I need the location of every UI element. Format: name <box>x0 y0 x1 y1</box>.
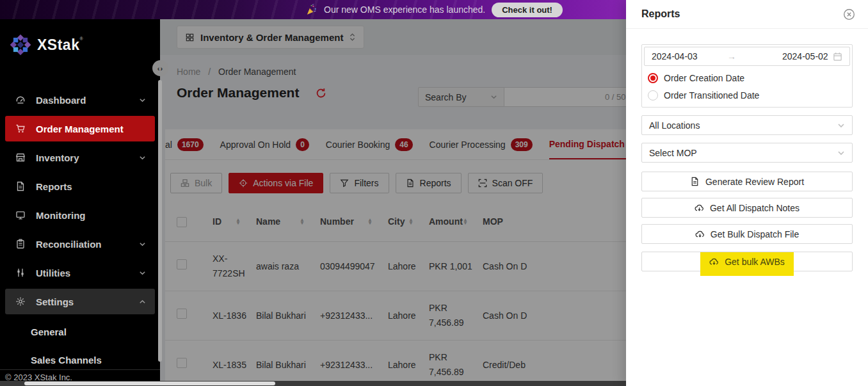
chevron-up-icon <box>139 298 146 305</box>
sidebar-item-inventory[interactable]: Inventory <box>5 145 155 170</box>
button-label: Generate Review Report <box>705 177 804 187</box>
mop-select[interactable]: Select MOP <box>641 143 853 163</box>
radio-label: Order Creation Date <box>664 73 744 83</box>
radio-selected-icon[interactable] <box>648 73 658 83</box>
horizontal-scrollbar-thumb[interactable] <box>24 382 275 385</box>
sidebar-item-label: Inventory <box>36 152 79 163</box>
clipboard-icon <box>15 239 26 249</box>
sidebar: XStak® Dashboard Order Management Invent… <box>0 19 160 386</box>
banner-message: Our new OMS experience has launched. <box>324 4 485 15</box>
xstak-logo-icon <box>9 33 32 56</box>
sidebar-item-settings[interactable]: Settings <box>5 289 155 314</box>
gauge-icon <box>15 95 26 105</box>
sidebar-item-reports[interactable]: Reports <box>5 173 155 199</box>
sidebar-item-label: Settings <box>36 296 74 307</box>
sidebar-subitem-label: General <box>31 326 67 337</box>
calendar-icon <box>833 52 842 61</box>
sidebar-item-label: Dashboard <box>36 95 86 106</box>
sidebar-item-monitoring[interactable]: Monitoring <box>5 202 155 228</box>
horizontal-scrollbar[interactable] <box>0 381 626 386</box>
locations-select-value: All Locations <box>649 120 700 131</box>
chevron-down-icon <box>139 154 146 161</box>
chevron-down-icon <box>837 122 845 129</box>
sidebar-item-dashboard[interactable]: Dashboard <box>5 87 155 113</box>
date-filter-box: 2024-04-03 → 2024-05-02 Order Creation D… <box>641 44 853 108</box>
sidebar-nav: Dashboard Order Management Inventory Rep… <box>0 87 160 374</box>
reports-drawer: Reports 2024-04-03 → 2024-05-02 Order Cr… <box>626 0 868 386</box>
cloud-download-icon <box>695 203 704 213</box>
drawer-body: 2024-04-03 → 2024-05-02 Order Creation D… <box>626 29 868 287</box>
radio-unselected-icon[interactable] <box>648 90 658 101</box>
sidebar-item-label: Monitoring <box>36 210 85 221</box>
logo[interactable]: XStak® <box>0 19 160 56</box>
date-from[interactable]: 2024-04-03 <box>652 51 727 61</box>
button-label: Get All Dispatch Notes <box>710 203 800 213</box>
app-window: Our new OMS experience has launched. Che… <box>0 0 868 386</box>
sidebar-item-label: Reports <box>36 181 72 192</box>
radio-order-transitioned-date[interactable]: Order Transitioned Date <box>648 90 850 101</box>
drawer-header: Reports <box>626 0 868 29</box>
chevron-down-icon <box>139 97 146 104</box>
sidebar-subitem-general[interactable]: General <box>0 318 160 346</box>
generate-review-report-button[interactable]: Generate Review Report <box>641 172 853 191</box>
button-label: Get bulk AWBs <box>725 257 785 267</box>
monitor-icon <box>15 210 26 220</box>
logo-text: XStak® <box>37 36 83 54</box>
sliders-icon <box>15 268 26 278</box>
file-icon <box>690 177 700 186</box>
radio-label: Order Transitioned Date <box>664 90 759 101</box>
locations-select[interactable]: All Locations <box>641 115 853 135</box>
gear-icon <box>15 296 26 307</box>
sidebar-collapse-button[interactable]: ‹› <box>152 60 168 76</box>
cloud-download-icon <box>695 229 705 239</box>
close-icon[interactable] <box>843 8 855 20</box>
chevron-down-icon <box>139 241 146 248</box>
date-to[interactable]: 2024-05-02 <box>782 51 833 61</box>
sidebar-item-label: Order Management <box>36 124 124 134</box>
sidebar-item-reconciliation[interactable]: Reconciliation <box>5 231 155 257</box>
sidebar-scrollbar[interactable] <box>158 80 162 362</box>
chevron-down-icon <box>837 149 845 157</box>
get-all-dispatch-notes-button[interactable]: Get All Dispatch Notes <box>641 198 853 218</box>
button-label: Get Bulk Dispatch File <box>711 229 800 239</box>
get-bulk-dispatch-file-button[interactable]: Get Bulk Dispatch File <box>641 224 853 244</box>
sidebar-item-label: Utilities <box>36 268 70 278</box>
cloud-download-icon <box>709 257 719 266</box>
sidebar-item-label: Reconciliation <box>36 239 102 250</box>
date-range-arrow: → <box>727 51 782 61</box>
mop-select-value: Select MOP <box>649 148 697 158</box>
chevron-down-icon <box>139 269 146 277</box>
sidebar-item-order-management[interactable]: Order Management <box>5 116 155 141</box>
sidebar-item-utilities[interactable]: Utilities <box>5 260 155 285</box>
drawer-title: Reports <box>641 8 680 20</box>
party-popper-icon <box>305 4 317 16</box>
cart-icon <box>15 124 26 134</box>
date-range-picker[interactable]: 2024-04-03 → 2024-05-02 <box>644 47 850 66</box>
sidebar-subitem-label: Sales Channels <box>31 355 102 366</box>
store-icon <box>15 152 26 163</box>
check-it-out-button[interactable]: Check it out! <box>492 3 563 17</box>
get-bulk-awbs-button[interactable]: Get bulk AWBs <box>641 252 853 271</box>
file-icon <box>15 181 26 191</box>
radio-order-creation-date[interactable]: Order Creation Date <box>648 73 850 83</box>
